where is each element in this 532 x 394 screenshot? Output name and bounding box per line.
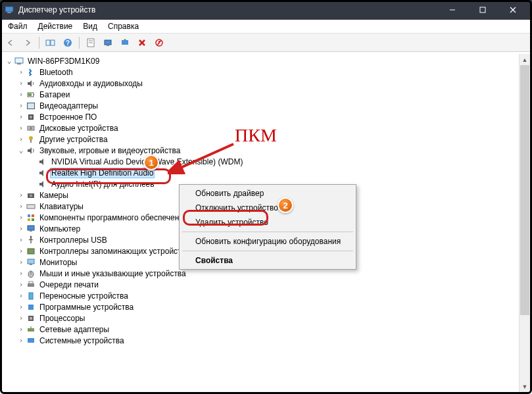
- ctx-properties[interactable]: Свойства: [181, 253, 354, 268]
- svg-rect-0: [5, 7, 13, 12]
- scroll-thumb[interactable]: [520, 65, 529, 315]
- expand-icon[interactable]: ›: [16, 314, 26, 322]
- tb-update[interactable]: [117, 36, 133, 50]
- bluetooth-icon: [26, 67, 36, 78]
- expand-icon[interactable]: ›: [16, 247, 26, 255]
- expand-icon[interactable]: ›: [16, 203, 26, 210]
- tb-scan[interactable]: [100, 36, 116, 50]
- menu-action[interactable]: Действие: [33, 20, 78, 32]
- ctx-rescan[interactable]: Обновить конфигурацию оборудования: [181, 234, 354, 249]
- expand-icon[interactable]: ›: [16, 326, 26, 333]
- expand-icon[interactable]: ›: [16, 337, 26, 344]
- expand-icon[interactable]: ›: [16, 236, 26, 243]
- vertical-scrollbar[interactable]: ▲ ▼: [519, 54, 530, 392]
- cat-print-queues[interactable]: ›Очереди печати: [2, 279, 530, 290]
- expand-icon[interactable]: ›: [16, 68, 26, 76]
- disk-icon: [26, 123, 36, 134]
- network-icon: [26, 324, 36, 335]
- expand-icon[interactable]: ›: [16, 80, 26, 87]
- cat-batteries[interactable]: ›Батареи: [2, 89, 530, 100]
- cat-portable[interactable]: ›Переносные устройства: [2, 290, 530, 301]
- svg-rect-35: [28, 218, 30, 221]
- minimize-button[interactable]: [437, 0, 468, 20]
- menu-bar: Файл Действие Вид Справка: [0, 20, 532, 34]
- svg-rect-45: [28, 283, 34, 287]
- title-bar: Диспетчер устройств: [0, 0, 532, 20]
- expand-icon[interactable]: ›: [16, 113, 26, 120]
- cat-firmware[interactable]: ›Встроенное ПО: [2, 111, 530, 122]
- selected-device-label: Realtek High Definition Audio: [50, 168, 155, 178]
- expand-icon[interactable]: ›: [16, 102, 26, 109]
- battery-icon: [26, 89, 36, 100]
- svg-rect-19: [15, 58, 23, 63]
- cat-other[interactable]: ›Другие устройства: [2, 134, 530, 145]
- ctx-update-driver[interactable]: Обновить драйвер: [181, 186, 354, 201]
- other-icon: [26, 134, 36, 145]
- speaker-icon: [37, 157, 48, 167]
- root-label: WIN-86PF3DM1K09: [26, 57, 101, 66]
- svg-point-39: [30, 235, 32, 237]
- tb-forward[interactable]: [20, 36, 36, 50]
- menu-file[interactable]: Файл: [3, 20, 33, 32]
- tb-back[interactable]: [3, 36, 18, 50]
- expand-icon[interactable]: ›: [16, 225, 26, 232]
- close-button[interactable]: [498, 0, 528, 20]
- dev-nvidia-audio[interactable]: NVIDIA Virtual Audio Device (Wave Extens…: [2, 156, 530, 167]
- firmware-icon: [26, 112, 36, 122]
- expand-icon[interactable]: ›: [16, 191, 26, 199]
- tb-help[interactable]: ?: [60, 36, 76, 50]
- ctx-separator: [182, 251, 353, 251]
- expand-icon[interactable]: ›: [16, 214, 26, 221]
- expand-icon[interactable]: ›: [16, 259, 26, 266]
- expand-icon[interactable]: ›: [16, 303, 26, 310]
- ctx-disable-device[interactable]: Отключить устройство: [181, 201, 354, 215]
- cat-bluetooth[interactable]: ›Bluetooth: [2, 66, 530, 78]
- svg-rect-25: [30, 116, 32, 118]
- computer-icon: [14, 56, 24, 66]
- speaker-icon: [37, 179, 48, 189]
- expand-icon[interactable]: ›: [16, 281, 26, 288]
- collapse-icon[interactable]: ⌄: [5, 57, 14, 64]
- svg-rect-50: [30, 317, 32, 320]
- cat-software-devices[interactable]: ›Программные устройства: [2, 301, 530, 312]
- maximize-button[interactable]: [468, 0, 498, 20]
- expand-icon[interactable]: ›: [16, 124, 26, 132]
- scroll-up-button[interactable]: ▲: [520, 54, 530, 65]
- svg-rect-46: [29, 282, 33, 283]
- dev-realtek-audio[interactable]: Realtek High Definition Audio: [2, 167, 530, 178]
- cat-cpus[interactable]: ›Процессоры: [2, 312, 530, 324]
- cat-disks[interactable]: ›Дисковые устройства: [2, 122, 530, 134]
- tb-disable[interactable]: [151, 36, 167, 50]
- svg-rect-32: [27, 205, 35, 209]
- menu-help[interactable]: Справка: [103, 20, 144, 32]
- tree-root[interactable]: ⌄WIN-86PF3DM1K09: [2, 55, 530, 66]
- svg-rect-23: [28, 93, 32, 96]
- svg-rect-42: [30, 264, 32, 265]
- toolbar: ?: [0, 34, 532, 52]
- cat-video[interactable]: ›Видеоадаптеры: [2, 100, 530, 111]
- expand-icon[interactable]: ›: [16, 91, 26, 98]
- collapse-icon[interactable]: ⌄: [16, 147, 26, 154]
- expand-icon[interactable]: ›: [16, 135, 26, 143]
- speaker-icon: [26, 145, 36, 156]
- ctx-remove-device[interactable]: Удалить устройство: [181, 215, 354, 230]
- svg-rect-20: [17, 63, 21, 64]
- cpu-icon: [26, 313, 36, 324]
- cat-audio-io[interactable]: ›Аудиовходы и аудиовыходы: [2, 78, 530, 89]
- svg-rect-13: [105, 40, 111, 45]
- menu-view[interactable]: Вид: [78, 20, 103, 32]
- software-device-icon: [26, 302, 36, 312]
- expand-icon[interactable]: ›: [16, 292, 26, 299]
- speaker-icon: [26, 78, 36, 89]
- tb-uninstall[interactable]: [134, 36, 150, 50]
- monitor-icon: [26, 224, 36, 234]
- tb-properties[interactable]: [83, 36, 99, 50]
- cat-sound[interactable]: ⌄Звуковые, игровые и видеоустройства: [2, 145, 530, 156]
- cat-system[interactable]: ›Системные устройства: [2, 335, 530, 346]
- cat-network[interactable]: ›Сетевые адаптеры: [2, 324, 530, 335]
- scroll-down-button[interactable]: ▼: [520, 381, 530, 392]
- expand-icon[interactable]: ›: [16, 270, 26, 277]
- svg-rect-34: [32, 214, 34, 217]
- tb-devices[interactable]: [43, 36, 59, 50]
- svg-rect-51: [28, 328, 34, 332]
